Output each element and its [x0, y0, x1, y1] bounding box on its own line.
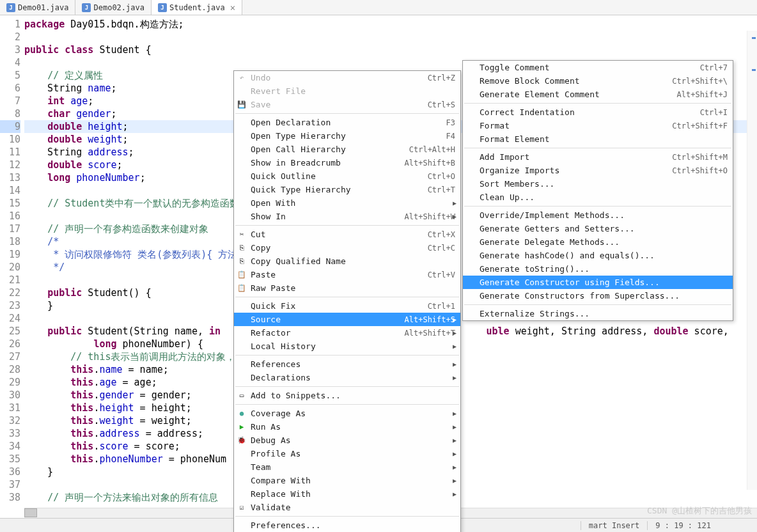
submenu-arrow-icon: ▶ [453, 213, 457, 220]
editor-tab[interactable]: JStudent.java× [152, 0, 242, 15]
menu-item-generate-constructors-from-superclass[interactable]: Generate Constructors from Superclass... [463, 289, 733, 302]
editor-tab[interactable]: JDemo01.java [0, 0, 75, 15]
menu-label: Generate Getters and Setters... [480, 224, 728, 233]
menu-item-save: 💾SaveCtrl+S [234, 98, 460, 111]
menu-label: Generate Constructor using Fields... [480, 278, 728, 287]
menu-separator [235, 225, 459, 226]
menu-item-add-import[interactable]: Add ImportCtrl+Shift+M [463, 150, 733, 164]
tab-label: Student.java [169, 3, 225, 12]
menu-item-clean-up[interactable]: Clean Up... [463, 191, 733, 204]
menu-item-open-declaration[interactable]: Open DeclarationF3 [234, 116, 460, 129]
menu-item-sort-members[interactable]: Sort Members... [463, 177, 733, 191]
menu-item-team[interactable]: Team▶ [234, 460, 460, 474]
menu-label: Generate Delegate Methods... [480, 237, 728, 247]
menu-item-toggle-comment[interactable]: Toggle CommentCtrl+7 [463, 61, 733, 74]
code-line: package Day015.bdqn.构造方法; [24, 18, 757, 31]
menu-shortcut: Alt+Shift+W [405, 212, 455, 221]
menu-item-coverage-as[interactable]: ●Coverage As▶ [234, 407, 460, 420]
line-number: 33 [0, 427, 20, 440]
menu-shortcut: Ctrl+T [428, 185, 455, 194]
menu-item-remove-block-comment[interactable]: Remove Block CommentCtrl+Shift+\ [463, 74, 733, 88]
line-number: 29 [0, 376, 20, 389]
menu-item-generate-tostring[interactable]: Generate toString()... [463, 262, 733, 276]
menu-item-correct-indentation[interactable]: Correct IndentationCtrl+I [463, 106, 733, 119]
menu-icon: ● [237, 409, 247, 419]
menu-item-show-in[interactable]: Show InAlt+Shift+W▶ [234, 210, 460, 223]
menu-item-validate[interactable]: ☑Validate [234, 501, 460, 514]
menu-shortcut: Ctrl+1 [428, 302, 455, 311]
menu-item-add-to-snippets[interactable]: ▭Add to Snippets... [234, 389, 460, 402]
menu-item-replace-with[interactable]: Replace With▶ [234, 487, 460, 501]
menu-label: Quick Fix [251, 301, 428, 311]
menu-item-quick-fix[interactable]: Quick FixCtrl+1 [234, 299, 460, 313]
menu-label: Source [251, 315, 405, 324]
menu-item-generate-hashcode-and-equals[interactable]: Generate hashCode() and equals()... [463, 249, 733, 262]
menu-label: Format Element [480, 134, 728, 144]
menu-label: Revert File [251, 86, 455, 96]
menu-item-compare-with[interactable]: Compare With▶ [234, 474, 460, 487]
menu-item-run-as[interactable]: ▶Run As▶ [234, 420, 460, 434]
menu-item-format-element[interactable]: Format Element [463, 132, 733, 146]
menu-label: Show In [251, 212, 405, 221]
menu-item-undo: ↶UndoCtrl+Z [234, 71, 460, 84]
menu-shortcut: Ctrl+X [428, 230, 455, 239]
line-number: 35 [0, 453, 20, 465]
menu-label: Debug As [251, 435, 455, 445]
menu-shortcut: F4 [446, 132, 455, 141]
line-number: 8 [0, 107, 20, 120]
menu-item-organize-imports[interactable]: Organize ImportsCtrl+Shift+O [463, 164, 733, 177]
menu-icon: ☑ [237, 503, 247, 513]
code-line: public class Student { [24, 43, 757, 56]
menu-separator [235, 355, 459, 356]
menu-icon: ⎘ [237, 243, 247, 253]
menu-item-profile-as[interactable]: Profile As▶ [234, 447, 460, 460]
scrollbar-thumb[interactable] [24, 508, 37, 517]
menu-item-generate-delegate-methods[interactable]: Generate Delegate Methods... [463, 235, 733, 249]
watermark: CSDN @山楂树下的吉他男孩 [647, 505, 752, 517]
menu-item-source[interactable]: SourceAlt+Shift+S▶ [234, 313, 460, 326]
menu-item-copy[interactable]: ⎘CopyCtrl+C [234, 241, 460, 254]
menu-item-local-history[interactable]: Local History▶ [234, 340, 460, 353]
menu-item-cut[interactable]: ✂CutCtrl+X [234, 228, 460, 241]
menu-item-quick-type-hierarchy[interactable]: Quick Type HierarchyCtrl+T [234, 183, 460, 196]
menu-item-show-in-breadcrumb[interactable]: Show in BreadcrumbAlt+Shift+B [234, 156, 460, 169]
editor-tab[interactable]: JDemo02.java [75, 0, 151, 15]
menu-item-quick-outline[interactable]: Quick OutlineCtrl+O [234, 169, 460, 183]
menu-item-preferences[interactable]: Preferences... [234, 519, 460, 532]
menu-item-references[interactable]: References▶ [234, 357, 460, 371]
menu-separator [235, 386, 459, 387]
menu-label: Add to Snippets... [251, 391, 455, 400]
menu-item-externalize-strings[interactable]: Externalize Strings... [463, 307, 733, 320]
menu-item-generate-getters-and-setters[interactable]: Generate Getters and Setters... [463, 222, 733, 235]
submenu-arrow-icon: ▶ [453, 374, 457, 381]
menu-icon: ⎘ [237, 256, 247, 267]
menu-item-override-implement-methods[interactable]: Override/Implement Methods... [463, 208, 733, 222]
menu-item-declarations[interactable]: Declarations▶ [234, 371, 460, 384]
line-number: 23 [0, 299, 20, 312]
menu-separator [235, 113, 459, 114]
close-icon[interactable]: × [230, 3, 235, 13]
submenu-arrow-icon: ▶ [453, 490, 457, 497]
menu-label: Quick Type Hierarchy [251, 185, 428, 194]
menu-item-generate-constructor-using-fields[interactable]: Generate Constructor using Fields... [463, 276, 733, 289]
menu-item-paste[interactable]: 📋PasteCtrl+V [234, 268, 460, 281]
menu-item-open-type-hierarchy[interactable]: Open Type HierarchyF4 [234, 129, 460, 143]
menu-item-generate-element-comment[interactable]: Generate Element CommentAlt+Shift+J [463, 88, 733, 101]
minimap[interactable] [747, 31, 757, 490]
menu-item-refactor[interactable]: RefactorAlt+Shift+T▶ [234, 326, 460, 340]
menu-label: Add Import [480, 152, 672, 162]
line-number: 28 [0, 363, 20, 376]
menu-shortcut: Ctrl+Shift+M [672, 153, 728, 162]
line-number: 19 [0, 248, 20, 261]
line-number: 25 [0, 325, 20, 338]
menu-item-open-with[interactable]: Open With▶ [234, 196, 460, 210]
line-number: 38 [0, 491, 20, 504]
menu-item-debug-as[interactable]: 🐞Debug As▶ [234, 434, 460, 447]
menu-separator [235, 297, 459, 297]
menu-item-raw-paste[interactable]: 📋Raw Paste [234, 281, 460, 295]
menu-item-format[interactable]: FormatCtrl+Shift+F [463, 119, 733, 132]
menu-item-open-call-hierarchy[interactable]: Open Call HierarchyCtrl+Alt+H [234, 143, 460, 156]
menu-label: Generate Element Comment [480, 90, 677, 99]
menu-item-copy-qualified-name[interactable]: ⎘Copy Qualified Name [234, 254, 460, 268]
line-number: 13 [0, 171, 20, 184]
